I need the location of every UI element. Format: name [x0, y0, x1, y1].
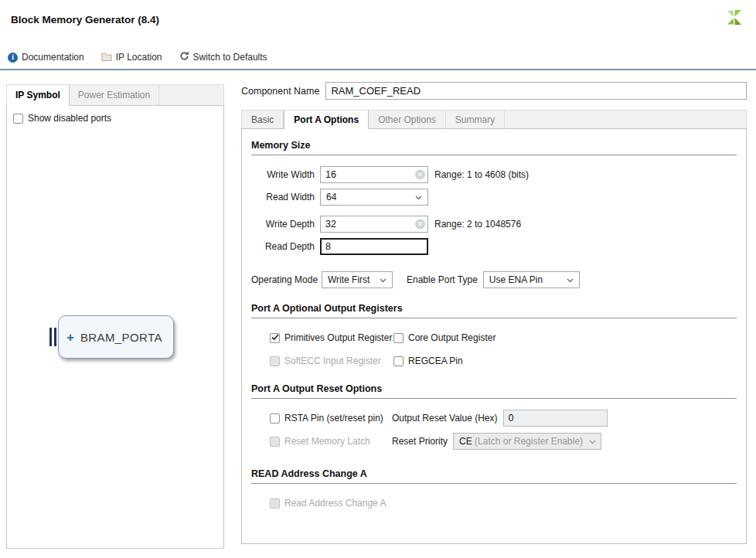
page-title: Block Memory Generator (8.4) — [11, 14, 159, 26]
tab-ip-symbol[interactable]: IP Symbol — [7, 85, 70, 106]
write-width-input[interactable] — [320, 166, 428, 183]
primitives-output-register-label: Primitives Output Register — [284, 332, 392, 343]
reset-memory-latch-option: Reset Memory Latch — [270, 436, 392, 447]
regcea-pin-option[interactable]: REGCEA Pin — [393, 356, 463, 366]
read-width-row: Read Width 64 — [251, 185, 737, 208]
bram-porta-block[interactable]: + BRAM_PORTA — [58, 315, 174, 359]
ip-location-label: IP Location — [116, 52, 162, 63]
block-memory-generator-window: { "header": { "title": "Block Memory Gen… — [0, 0, 756, 558]
read-address-change-label: Read Address Change A — [284, 498, 386, 509]
documentation-label: Documentation — [22, 52, 84, 63]
read-address-change-heading: READ Address Change A — [251, 468, 737, 484]
output-registers-row-2: SoftECC Input Register REGCEA Pin — [270, 349, 737, 373]
enable-port-type-value: Use ENA Pin — [489, 274, 543, 285]
options-tabs: Basic Port A Options Other Options Summa… — [241, 110, 747, 128]
primitives-output-register-option[interactable]: Primitives Output Register — [270, 332, 393, 343]
port-pins-icon — [49, 328, 56, 346]
chevron-down-icon — [567, 274, 574, 285]
read-address-change-option: Read Address Change A — [270, 498, 386, 509]
port-a-options-content: Memory Size Write Width ✕ Range: 1 to 46… — [241, 128, 747, 544]
rsta-pin-label: RSTA Pin (set/reset pin) — [284, 413, 383, 424]
expand-plus-icon[interactable]: + — [66, 331, 74, 344]
component-name-label: Component Name — [241, 86, 319, 97]
refresh-icon — [179, 51, 189, 63]
regcea-pin-label: REGCEA Pin — [408, 356, 463, 366]
toolbar: i Documentation IP Location Switch to De… — [8, 51, 267, 63]
reset-priority-select: CE (Latch or Register Enable) — [453, 433, 601, 450]
read-width-label: Read Width — [251, 192, 315, 202]
output-registers-row-1: Primitives Output Register Core Output R… — [270, 326, 737, 349]
reset-priority-label: Reset Priority — [392, 436, 448, 447]
ip-location-button[interactable]: IP Location — [101, 52, 162, 63]
clear-icon[interactable]: ✕ — [415, 169, 425, 179]
write-depth-row: Write Depth ✕ Range: 2 to 1048576 — [251, 213, 737, 235]
show-disabled-ports-option[interactable]: Show disabled ports — [7, 106, 223, 131]
output-reset-value-input — [503, 410, 608, 427]
tab-power-estimation[interactable]: Power Estimation — [70, 85, 159, 105]
write-depth-range: Range: 2 to 1048576 — [434, 219, 521, 230]
core-output-register-checkbox[interactable] — [393, 333, 404, 343]
read-depth-label: Read Depth — [251, 241, 315, 252]
reset-options-row-1: RSTA Pin (set/reset pin) Output Reset Va… — [270, 407, 737, 430]
softecc-input-register-checkbox — [270, 356, 280, 366]
reset-memory-latch-checkbox — [270, 437, 280, 447]
configuration-panel: Component Name Basic Port A Options Othe… — [241, 82, 747, 544]
operating-mode-row: Operating Mode Write First Enable Port T… — [251, 268, 737, 291]
vendor-logo-icon — [724, 7, 745, 31]
bram-porta-label: BRAM_PORTA — [80, 331, 162, 344]
read-address-change-row: Read Address Change A — [270, 492, 737, 515]
operating-mode-value: Write First — [328, 274, 369, 285]
write-width-range: Range: 1 to 4608 (bits) — [434, 169, 529, 180]
read-width-value: 64 — [326, 192, 336, 202]
rsta-pin-checkbox[interactable] — [270, 413, 280, 424]
folder-icon — [101, 52, 112, 63]
clear-icon[interactable]: ✕ — [415, 219, 425, 229]
show-disabled-ports-label: Show disabled ports — [28, 113, 111, 124]
switch-to-defaults-button[interactable]: Switch to Defaults — [179, 51, 267, 63]
chevron-down-icon — [380, 274, 387, 285]
chevron-down-icon — [589, 436, 596, 447]
tab-summary[interactable]: Summary — [446, 111, 505, 128]
left-panel-tabs: IP Symbol Power Estimation — [6, 84, 224, 105]
operating-mode-select[interactable]: Write First — [322, 271, 393, 288]
component-name-input[interactable] — [325, 82, 747, 100]
core-output-register-label: Core Output Register — [408, 332, 495, 343]
tab-port-a-options[interactable]: Port A Options — [284, 111, 369, 129]
show-disabled-ports-checkbox[interactable] — [13, 114, 23, 124]
header-divider — [0, 69, 756, 70]
rsta-pin-option[interactable]: RSTA Pin (set/reset pin) — [270, 413, 392, 424]
read-depth-input[interactable] — [320, 238, 428, 255]
enable-port-type-label: Enable Port Type — [407, 274, 478, 285]
switch-to-defaults-label: Switch to Defaults — [193, 52, 267, 63]
optional-output-registers-heading: Port A Optional Output Registers — [251, 303, 737, 318]
softecc-input-register-option: SoftECC Input Register — [270, 356, 393, 366]
softecc-input-register-label: SoftECC Input Register — [284, 356, 381, 366]
reset-options-row-2: Reset Memory Latch Reset Priority CE (La… — [270, 430, 737, 453]
operating-mode-label: Operating Mode — [251, 274, 316, 285]
read-width-select[interactable]: 64 — [320, 189, 428, 206]
tab-other-options[interactable]: Other Options — [369, 111, 446, 128]
chevron-down-icon — [415, 192, 422, 202]
regcea-pin-checkbox[interactable] — [393, 356, 404, 366]
output-reset-value-label: Output Reset Value (Hex) — [392, 413, 498, 424]
component-name-row: Component Name — [241, 82, 747, 100]
reset-priority-value: CE (Latch or Register Enable) — [459, 436, 583, 447]
tab-basic[interactable]: Basic — [242, 111, 284, 128]
write-width-label: Write Width — [251, 169, 315, 180]
write-width-row: Write Width ✕ Range: 1 to 4608 (bits) — [251, 163, 737, 185]
ip-symbol-canvas: Show disabled ports + BRAM_PORTA — [6, 105, 224, 549]
core-output-register-option[interactable]: Core Output Register — [393, 332, 495, 343]
memory-size-heading: Memory Size — [251, 140, 737, 155]
write-depth-label: Write Depth — [251, 219, 315, 230]
documentation-button[interactable]: i Documentation — [8, 52, 84, 63]
output-reset-options-heading: Port A Output Reset Options — [251, 383, 737, 399]
primitives-output-register-checkbox[interactable] — [270, 333, 280, 343]
enable-port-type-select[interactable]: Use ENA Pin — [483, 271, 580, 288]
ip-symbol-panel: IP Symbol Power Estimation Show disabled… — [6, 84, 224, 549]
reset-memory-latch-label: Reset Memory Latch — [284, 436, 370, 447]
read-address-change-checkbox — [270, 498, 280, 509]
info-icon: i — [8, 53, 18, 63]
read-depth-row: Read Depth — [251, 235, 737, 257]
write-depth-input[interactable] — [320, 216, 428, 233]
check-icon — [271, 332, 279, 343]
